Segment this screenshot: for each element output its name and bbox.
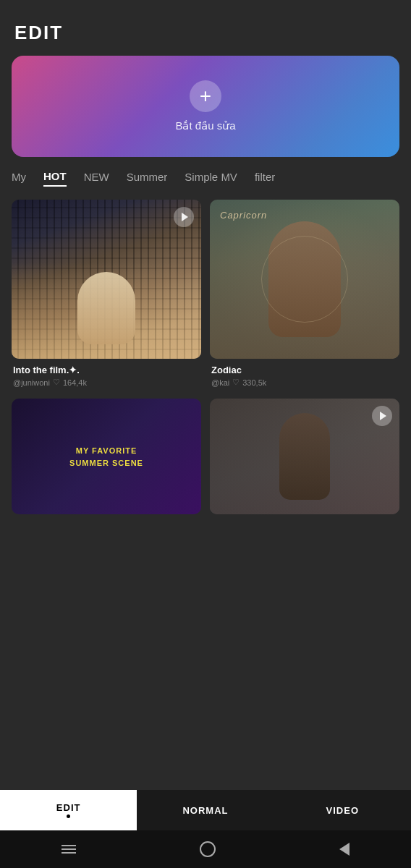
tab-new[interactable]: NEW: [84, 171, 109, 186]
card-1-title: Into the film.✦.: [13, 365, 200, 375]
tab-my[interactable]: My: [12, 171, 26, 186]
card-2-meta: Zodiac @kai ♡ 330,5k: [210, 359, 399, 390]
card-1-play-button[interactable]: [174, 207, 194, 227]
system-menu-button[interactable]: [62, 845, 76, 854]
card-2-likes: 330,5k: [242, 378, 266, 387]
card-1-author: @juniwoni: [13, 378, 50, 387]
menu-lines-icon: [62, 845, 76, 854]
active-tab-dot: [67, 814, 70, 818]
card-zodiac[interactable]: Capricorn Zodiac @kai ♡ 330,5k: [210, 200, 399, 390]
template-grid: Into the film.✦. @juniwoni ♡ 164,4k Capr…: [0, 194, 411, 514]
zodiac-capricorn-text: Capricorn: [220, 210, 267, 221]
line-3: [62, 852, 76, 854]
card-1-meta: Into the film.✦. @juniwoni ♡ 164,4k: [12, 359, 201, 390]
bottom-tab-normal-label: NORMAL: [182, 805, 228, 816]
line-2: [62, 848, 76, 850]
home-circle-icon: [200, 841, 216, 857]
summer-line-2: SUMMER SCENE: [69, 456, 143, 469]
tab-hot[interactable]: HOT: [43, 170, 67, 187]
zodiac-circle-decoration: [261, 236, 348, 323]
bottom-tab-video-label: VIDEO: [326, 805, 359, 816]
plus-icon: +: [200, 86, 211, 106]
start-edit-banner[interactable]: + Bắt đầu sửa: [12, 56, 399, 157]
summer-text-container: MY FAVORITE SUMMER SCENE: [69, 445, 143, 469]
card-1-figure: [77, 272, 135, 344]
back-arrow-icon: [339, 843, 349, 856]
play-icon: [182, 213, 188, 221]
card-into-the-film[interactable]: Into the film.✦. @juniwoni ♡ 164,4k: [12, 200, 201, 390]
system-back-button[interactable]: [339, 843, 349, 856]
page-title: EDIT: [0, 0, 411, 56]
card-summer-scene[interactable]: MY FAVORITE SUMMER SCENE: [12, 399, 201, 514]
system-nav-bar: [0, 830, 411, 868]
card-1-likes: 164,4k: [63, 378, 87, 387]
card-4-play-button[interactable]: [372, 406, 392, 426]
play-icon-4: [380, 412, 386, 420]
bottom-tab-video[interactable]: VIDEO: [274, 790, 411, 830]
tab-filter[interactable]: filter: [255, 171, 275, 186]
card-4-figure: [279, 413, 330, 500]
card-2-author: @kai: [211, 378, 229, 387]
add-icon-circle: +: [190, 80, 221, 112]
tab-summer[interactable]: Summer: [127, 171, 168, 186]
bottom-tab-edit-label: EDIT: [56, 802, 81, 813]
card-2-sub: @kai ♡ 330,5k: [211, 378, 398, 387]
tab-simple-mv[interactable]: Simple MV: [185, 171, 237, 186]
bottom-tab-edit[interactable]: EDIT: [0, 790, 137, 830]
system-home-button[interactable]: [200, 841, 216, 857]
card-2-title: Zodiac: [211, 365, 398, 375]
card-portrait[interactable]: [210, 399, 399, 514]
line-1: [62, 845, 76, 846]
category-tabs: My HOT NEW Summer Simple MV filter: [0, 157, 411, 194]
summer-line-1: MY FAVORITE: [69, 445, 143, 457]
heart-icon-2: ♡: [232, 378, 240, 387]
card-1-sub: @juniwoni ♡ 164,4k: [13, 378, 200, 387]
banner-cta-text: Bắt đầu sửa: [175, 119, 235, 132]
bottom-tab-normal[interactable]: NORMAL: [137, 790, 274, 830]
bottom-tab-bar: EDIT NORMAL VIDEO: [0, 790, 411, 830]
heart-icon: ♡: [53, 378, 60, 387]
